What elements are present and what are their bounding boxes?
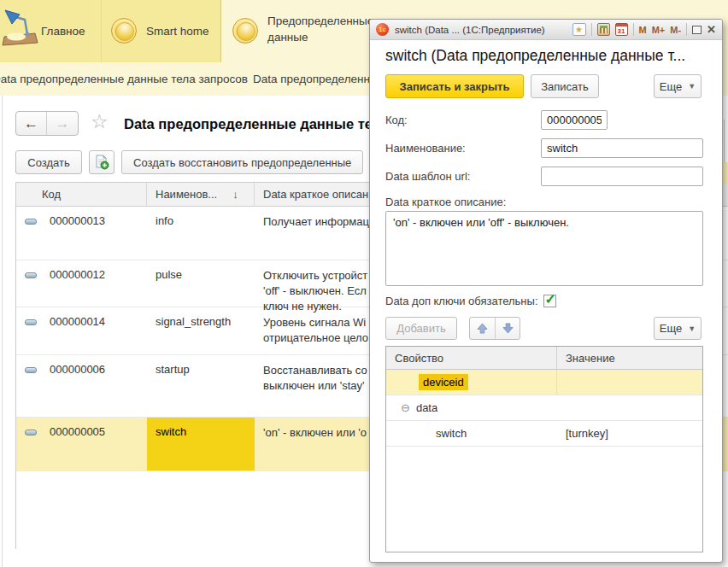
catalog-item-icon <box>25 319 37 325</box>
property-row-selected[interactable]: deviceid <box>386 370 702 395</box>
catalog-item-icon <box>25 272 37 278</box>
properties-header-row: Свойство Значение <box>386 347 702 370</box>
add-button-disabled[interactable]: Добавить <box>385 317 457 340</box>
selected-cell: switch <box>147 418 255 471</box>
save-button[interactable]: Записать <box>531 74 599 98</box>
tab-label: Smart home <box>146 25 209 38</box>
favorites-icon[interactable] <box>572 23 586 36</box>
sort-desc-icon <box>232 188 238 201</box>
dropdown-arrow-icon <box>688 82 696 91</box>
restore-icon <box>692 26 702 34</box>
app-window: Главное Smart home Предопределенные данн… <box>0 0 728 567</box>
close-button[interactable] <box>707 23 716 36</box>
memory-m-button[interactable]: M <box>639 25 647 35</box>
tab-label: Предопределенные данные <box>267 13 368 45</box>
tab-smart-home[interactable]: Smart home <box>101 0 220 62</box>
memory-m-plus-button[interactable]: M+ <box>652 25 666 35</box>
create-restore-button[interactable]: Создать восстановить предопределенные <box>121 150 363 174</box>
memory-m-minus-button[interactable]: M- <box>670 25 681 35</box>
code-label: Код: <box>385 114 408 126</box>
background-window-fragment <box>724 120 725 164</box>
calendar-icon[interactable]: 31 <box>615 23 628 36</box>
props-more-button[interactable]: Еще <box>654 317 702 340</box>
back-button[interactable] <box>16 112 47 135</box>
switch-edit-dialog: 1с switch (Data ... (1С:Предприятие) 31 … <box>369 19 723 563</box>
restore-window-button[interactable] <box>692 26 702 34</box>
down-arrow-icon <box>502 323 514 334</box>
more-button[interactable]: Еще <box>654 74 702 98</box>
calculator-icon[interactable] <box>597 23 610 36</box>
background-window-fragment <box>723 162 728 184</box>
dialog-title: switch (Data ... (1С:Предприятие) <box>395 25 545 35</box>
tab-predefined-data[interactable]: Предопределенные данные <box>220 0 373 63</box>
desk-lamp-icon <box>2 9 39 48</box>
catalog-item-icon <box>25 367 37 373</box>
short-description-field[interactable]: 'on' - включен или 'off' - выключен. <box>385 211 703 286</box>
column-header-property[interactable]: Свойство <box>386 347 557 369</box>
properties-table: Свойство Значение deviceid data switch [… <box>385 346 703 552</box>
required-keys-label: Data доп ключи обязательны: <box>385 295 538 307</box>
tab-glavnoe[interactable]: Главное <box>0 0 101 62</box>
forward-button[interactable] <box>47 112 78 135</box>
short-description-label: Data краткое описание: <box>385 196 506 208</box>
collapse-icon[interactable] <box>401 401 410 414</box>
move-up-button[interactable] <box>470 318 495 339</box>
column-header-name[interactable]: Наименов... <box>147 183 255 206</box>
catalog-item-icon <box>25 430 37 435</box>
save-and-close-button[interactable]: Записать и закрыть <box>385 74 524 98</box>
up-arrow-icon <box>477 323 488 334</box>
required-keys-row: Data доп ключи обязательны: <box>385 295 556 307</box>
selected-cell: deviceid <box>419 374 468 390</box>
required-keys-checkbox[interactable] <box>543 295 556 307</box>
name-label: Наименование: <box>385 142 466 155</box>
subnav-item-predefined[interactable]: Data предопределенны <box>253 73 379 85</box>
gold-circle-icon <box>111 18 137 44</box>
property-row-group[interactable]: data <box>386 395 702 421</box>
move-buttons <box>469 317 520 340</box>
column-header-value[interactable]: Значение <box>557 352 702 365</box>
subnav-item-request-bodies[interactable]: Data предопределенные данные тела запрос… <box>0 73 248 85</box>
column-header-code[interactable]: Код <box>16 183 147 206</box>
window-edge-line <box>2 96 3 567</box>
1c-logo-icon: 1с <box>376 23 389 36</box>
favorite-star-icon[interactable] <box>91 110 109 133</box>
catalog-item-icon <box>25 219 37 225</box>
dialog-titlebar: 1с switch (Data ... (1С:Предприятие) 31 … <box>370 20 722 40</box>
dropdown-arrow-icon <box>688 324 696 333</box>
create-button[interactable]: Создать <box>15 150 82 174</box>
url-template-label: Data шаблон url: <box>385 170 470 183</box>
code-field[interactable] <box>541 110 608 130</box>
url-template-field[interactable] <box>541 167 703 186</box>
document-add-icon <box>94 155 109 170</box>
name-field[interactable] <box>541 138 703 158</box>
history-nav-buttons <box>15 111 79 136</box>
gold-circle-icon <box>232 18 258 44</box>
tab-label: Главное <box>41 25 85 38</box>
move-down-button[interactable] <box>495 318 520 339</box>
dialog-heading: switch (Data предопределенные данные т..… <box>385 47 710 65</box>
copy-document-button[interactable] <box>89 150 114 174</box>
property-row[interactable]: switch [turnkey] <box>386 421 702 447</box>
